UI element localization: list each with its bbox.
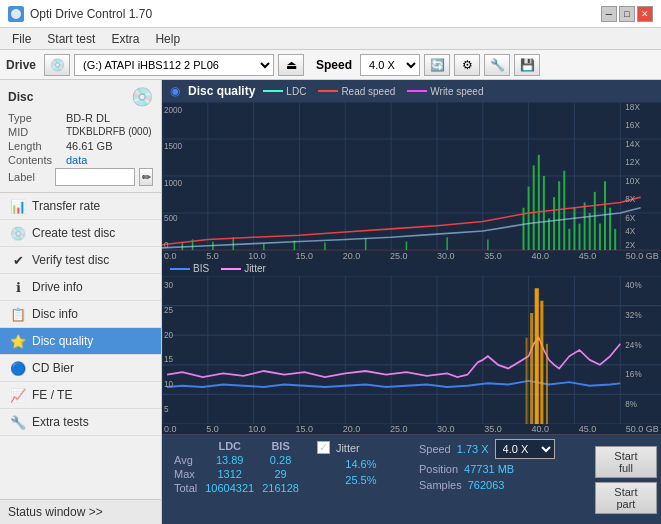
chart-header: ◉ Disc quality LDC Read speed Write spee… — [162, 80, 661, 102]
disc-quality-label: Disc quality — [32, 334, 93, 348]
jitter-checkbox[interactable]: ✓ — [317, 441, 330, 454]
position-row: Position 47731 MB — [419, 463, 583, 475]
x-label-40: 40.0 — [531, 251, 549, 261]
legend-write-label: Write speed — [430, 86, 483, 97]
menu-start-test[interactable]: Start test — [39, 30, 103, 48]
titlebar-left: Opti Drive Control 1.70 — [8, 6, 152, 22]
x-label-10: 10.0 — [248, 251, 266, 261]
verify-test-disc-icon: ✔ — [10, 252, 26, 268]
speed-select-dropdown[interactable]: 4.0 X — [495, 439, 555, 459]
sidebar-item-drive-info[interactable]: ℹ Drive info — [0, 274, 161, 301]
sidebar-item-create-test-disc[interactable]: 💿 Create test disc — [0, 220, 161, 247]
speed-label: Speed — [316, 58, 352, 72]
x-label-45: 45.0 — [579, 251, 597, 261]
minimize-button[interactable]: ─ — [601, 6, 617, 22]
legend-read-speed: Read speed — [318, 86, 395, 97]
bx-label-5: 5.0 — [206, 424, 219, 434]
menu-extra[interactable]: Extra — [103, 30, 147, 48]
chart-title: Disc quality — [188, 84, 255, 98]
sidebar-item-verify-test-disc[interactable]: ✔ Verify test disc — [0, 247, 161, 274]
toolbar: Drive 💿 (G:) ATAPI iHBS112 2 PL06 ⏏ Spee… — [0, 50, 661, 80]
label-edit-button[interactable]: ✏ — [139, 168, 153, 186]
stats-total-row: Total 10604321 216128 — [170, 481, 303, 495]
settings-button[interactable]: ⚙ — [454, 54, 480, 76]
max-ldc: 1312 — [201, 467, 258, 481]
jitter-legend-label: Jitter — [244, 263, 266, 274]
svg-text:40%: 40% — [625, 280, 641, 291]
eject-button[interactable]: ⏏ — [278, 54, 304, 76]
bx-label-40: 40.0 — [531, 424, 549, 434]
bx-label-50: 50.0 GB — [626, 424, 659, 434]
stats-right: Speed 1.73 X 4.0 X Position 47731 MB Sam… — [411, 435, 591, 524]
svg-text:16%: 16% — [625, 368, 641, 379]
legend-write-speed: Write speed — [407, 86, 483, 97]
svg-text:8%: 8% — [625, 398, 637, 409]
contents-value: data — [66, 154, 87, 166]
bx-label-25: 25.0 — [390, 424, 408, 434]
jitter-header-row: ✓ Jitter — [317, 441, 405, 454]
samples-key: Samples — [419, 479, 462, 491]
label-label: Label — [8, 171, 51, 183]
chart-area: ◉ Disc quality LDC Read speed Write spee… — [162, 80, 661, 524]
window-controls: ─ □ ✕ — [601, 6, 653, 22]
svg-text:24%: 24% — [625, 339, 641, 350]
refresh-button[interactable]: 🔄 — [424, 54, 450, 76]
menu-file[interactable]: File — [4, 30, 39, 48]
mid-value: TDKBLDRFB (000) — [66, 126, 152, 138]
close-button[interactable]: ✕ — [637, 6, 653, 22]
jitter-max: 25.5% — [317, 474, 405, 486]
bis-header: BIS — [258, 439, 303, 453]
length-label: Length — [8, 140, 66, 152]
extra-tests-icon: 🔧 — [10, 414, 26, 430]
legend-ldc-label: LDC — [286, 86, 306, 97]
bis-legend-label: BIS — [193, 263, 209, 274]
contents-label: Contents — [8, 154, 66, 166]
disc-info-icon: 📋 — [10, 306, 26, 322]
bx-label-15: 15.0 — [296, 424, 314, 434]
sidebar-item-disc-quality[interactable]: ⭐ Disc quality — [0, 328, 161, 355]
bottom-chart: 40% 32% 24% 16% 8% 30 25 20 15 10 5 — [162, 276, 661, 424]
jitter-stats: ✓ Jitter 14.6% 25.5% — [311, 435, 411, 524]
create-test-disc-label: Create test disc — [32, 226, 115, 240]
type-value: BD-R DL — [66, 112, 110, 124]
status-window-button[interactable]: Status window >> — [0, 499, 161, 524]
app-icon — [8, 6, 24, 22]
bx-label-10: 10.0 — [248, 424, 266, 434]
drive-icon-btn[interactable]: 💿 — [44, 54, 70, 76]
sidebar-item-extra-tests[interactable]: 🔧 Extra tests — [0, 409, 161, 436]
sidebar-item-transfer-rate[interactable]: 📊 Transfer rate — [0, 193, 161, 220]
samples-value: 762063 — [468, 479, 505, 491]
avg-label: Avg — [170, 453, 201, 467]
x-label-20: 20.0 — [343, 251, 361, 261]
sidebar-item-cd-bier[interactable]: 🔵 CD Bier — [0, 355, 161, 382]
charts-area: 18X 16X 14X 12X 10X 8X 6X 4X 2X 2000 150… — [162, 102, 661, 524]
svg-text:5: 5 — [164, 403, 169, 414]
maximize-button[interactable]: □ — [619, 6, 635, 22]
verify-test-disc-label: Verify test disc — [32, 253, 109, 267]
tools-button[interactable]: 🔧 — [484, 54, 510, 76]
sidebar-item-disc-info[interactable]: 📋 Disc info — [0, 301, 161, 328]
svg-text:20: 20 — [164, 329, 173, 340]
speed-select[interactable]: 4.0 X — [360, 54, 420, 76]
avg-ldc: 13.89 — [201, 453, 258, 467]
samples-row: Samples 762063 — [419, 479, 583, 491]
bottom-chart-svg: 40% 32% 24% 16% 8% 30 25 20 15 10 5 — [162, 276, 661, 424]
svg-text:2000: 2000 — [164, 104, 182, 114]
disc-eject-icon[interactable]: 💿 — [131, 86, 153, 108]
sidebar-item-fe-te[interactable]: 📈 FE / TE — [0, 382, 161, 409]
svg-text:10X: 10X — [625, 176, 640, 186]
svg-text:0: 0 — [164, 240, 169, 250]
disc-title: Disc — [8, 90, 33, 104]
window-title: Opti Drive Control 1.70 — [30, 7, 152, 21]
start-full-button[interactable]: Start full — [595, 446, 657, 478]
legend-read-label: Read speed — [341, 86, 395, 97]
jitter-legend: Jitter — [221, 263, 266, 274]
extra-tests-label: Extra tests — [32, 415, 89, 429]
drive-select[interactable]: (G:) ATAPI iHBS112 2 PL06 — [74, 54, 274, 76]
menu-help[interactable]: Help — [147, 30, 188, 48]
label-input[interactable] — [55, 168, 135, 186]
save-button[interactable]: 💾 — [514, 54, 540, 76]
start-part-button[interactable]: Start part — [595, 482, 657, 514]
drive-label: Drive — [6, 58, 36, 72]
svg-text:2X: 2X — [625, 240, 635, 250]
